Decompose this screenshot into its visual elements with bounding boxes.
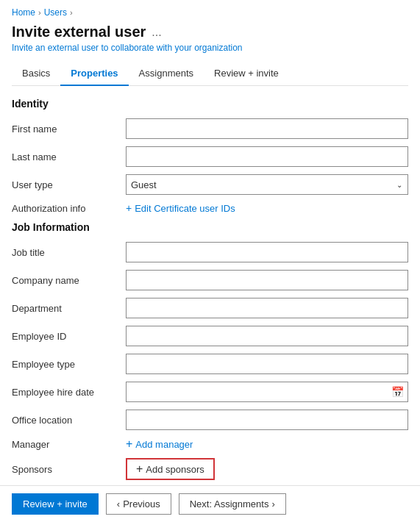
sponsors-label: Sponsors	[12, 464, 126, 475]
review-invite-button[interactable]: Review + invite	[12, 493, 99, 515]
chevron-left-icon: ‹	[117, 498, 120, 510]
first-name-label: First name	[12, 124, 126, 135]
tab-basics[interactable]: Basics	[12, 62, 60, 86]
office-location-label: Office location	[12, 415, 126, 426]
plus-icon: +	[126, 202, 132, 214]
office-location-row: Office location	[12, 410, 408, 430]
breadcrumb: Home › Users ›	[12, 7, 408, 18]
employee-id-row: Employee ID	[12, 326, 408, 346]
user-type-select-wrapper: Guest Member ⌄	[126, 174, 408, 195]
employee-id-input[interactable]	[126, 326, 408, 346]
more-options-icon[interactable]: ...	[152, 26, 161, 39]
company-name-input[interactable]	[126, 270, 408, 290]
previous-label: Previous	[123, 498, 160, 510]
breadcrumb-sep-2: ›	[70, 8, 73, 17]
tab-assignments[interactable]: Assignments	[129, 62, 204, 86]
edit-certificate-link[interactable]: + Edit Certificate user IDs	[126, 202, 408, 214]
employee-type-label: Employee type	[12, 359, 126, 370]
home-link[interactable]: Home	[12, 7, 35, 18]
last-name-input[interactable]	[126, 146, 408, 167]
employee-hire-date-input[interactable]	[126, 382, 408, 402]
page-title: Invite external user	[12, 24, 146, 40]
chevron-right-icon: ›	[271, 498, 274, 510]
company-name-row: Company name	[12, 270, 408, 290]
employee-id-label: Employee ID	[12, 331, 126, 342]
breadcrumb-sep-1: ›	[38, 8, 41, 17]
employee-hire-date-row: Employee hire date 📅	[12, 382, 408, 402]
job-title-label: Job title	[12, 247, 126, 258]
employee-type-row: Employee type	[12, 354, 408, 374]
department-row: Department	[12, 298, 408, 318]
users-link[interactable]: Users	[44, 7, 67, 18]
page-subtitle: Invite an external user to collaborate w…	[12, 43, 408, 53]
department-label: Department	[12, 303, 126, 314]
user-type-select[interactable]: Guest Member	[126, 174, 408, 195]
employee-hire-date-label: Employee hire date	[12, 387, 126, 398]
last-name-row: Last name	[12, 146, 408, 167]
last-name-label: Last name	[12, 151, 126, 162]
footer: Review + invite ‹ Previous Next: Assignm…	[0, 485, 420, 522]
tabs-bar: Basics Properties Assignments Review + i…	[12, 62, 408, 86]
next-label: Next: Assignments	[190, 498, 269, 510]
edit-certificate-text: Edit Certificate user IDs	[135, 203, 235, 214]
add-sponsors-button[interactable]: + Add sponsors	[126, 458, 215, 480]
identity-section-title: Identity	[12, 98, 408, 110]
job-title-input[interactable]	[126, 242, 408, 262]
user-type-label: User type	[12, 179, 126, 190]
job-title-row: Job title	[12, 242, 408, 262]
tab-properties[interactable]: Properties	[60, 62, 128, 86]
auth-info-row: Authorization info + Edit Certificate us…	[12, 202, 408, 214]
first-name-row: First name	[12, 118, 408, 139]
previous-button[interactable]: ‹ Previous	[106, 493, 171, 515]
company-name-label: Company name	[12, 275, 126, 286]
hire-date-wrapper: 📅	[126, 382, 408, 402]
add-sponsors-plus-icon: +	[136, 462, 143, 476]
next-assignments-button[interactable]: Next: Assignments ›	[179, 493, 286, 515]
manager-label: Manager	[12, 439, 126, 450]
user-type-row: User type Guest Member ⌄	[12, 174, 408, 195]
add-manager-plus-icon: +	[126, 437, 132, 451]
add-sponsors-text: Add sponsors	[146, 464, 204, 475]
employee-type-input[interactable]	[126, 354, 408, 374]
add-manager-link[interactable]: + Add manager	[126, 437, 193, 451]
tab-review-invite[interactable]: Review + invite	[204, 62, 289, 86]
auth-info-label: Authorization info	[12, 203, 126, 214]
first-name-input[interactable]	[126, 118, 408, 139]
sponsors-row: Sponsors + Add sponsors	[12, 458, 408, 480]
job-section-title: Job Information	[12, 221, 408, 233]
manager-row: Manager + Add manager	[12, 437, 408, 451]
add-manager-text: Add manager	[135, 439, 193, 450]
office-location-input[interactable]	[126, 410, 408, 430]
department-input[interactable]	[126, 298, 408, 318]
